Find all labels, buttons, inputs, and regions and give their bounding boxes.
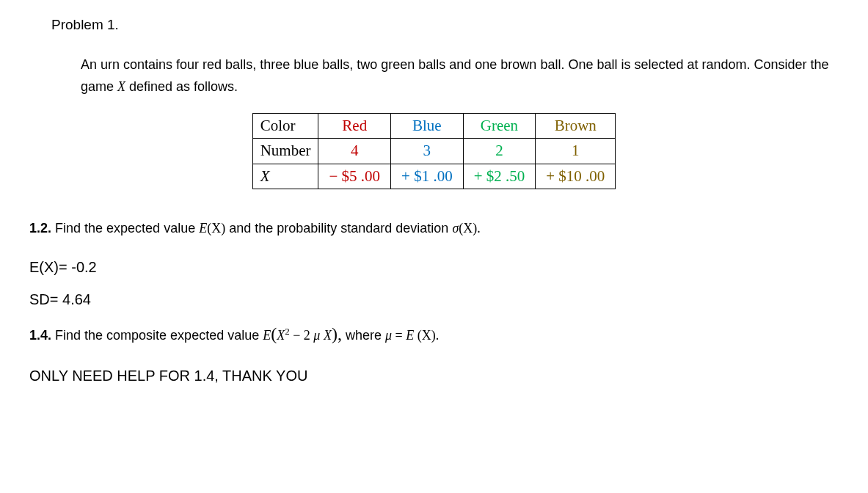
cell-green-x: + $2 .50 [463,164,536,189]
q14-mu2: μ [385,328,392,343]
problem-text-2: defined as follows. [125,79,238,94]
question-1-2: 1.2. Find the expected value E(X) and th… [29,219,839,238]
cell-red-x: − $5 .00 [318,164,391,189]
q14-X2: X [277,328,285,343]
q12-number: 1.2. [29,221,51,235]
table-row: Number 4 3 2 1 [252,139,616,164]
q12-EX: (X) [207,221,225,235]
q14-text-1: Find the composite expected value [51,328,263,343]
q14-open: ( [271,324,277,343]
game-variable-x: X [117,79,125,94]
help-note: ONLY NEED HELP FOR 1.4, THANK YOU [29,365,839,387]
q12-text-2: and the probability standard deviation [225,221,452,235]
q12-E: E [199,221,207,235]
cell-green: Green [463,113,536,139]
q14-number: 1.4. [29,328,51,343]
cell-green-num: 2 [463,139,536,164]
cell-red: Red [318,113,391,139]
q14-E: E [263,328,271,343]
table-row: X − $5 .00 + $1 .00 + $2 .50 + $10 .00 [252,164,616,189]
q14-eq: = [392,328,406,343]
cell-red-num: 4 [318,139,391,164]
game-table-wrapper: Color Red Blue Green Brown Number 4 3 2 … [29,113,839,190]
cell-blue-x: + $1 .00 [391,164,464,189]
q14-mu: μ [313,328,324,343]
cell-color-header: Color [252,113,318,139]
q14-X2b: (X). [417,328,440,343]
q14-E2: E [406,328,417,343]
answer-ex: E(X)= -0.2 [29,256,839,278]
cell-number-header: Number [252,139,318,164]
game-table: Color Red Blue Green Brown Number 4 3 2 … [252,113,616,190]
q14-X: X [324,328,332,343]
q12-sigmaX: (X). [459,221,481,235]
q12-text-1: Find the expected value [51,221,199,235]
cell-brown-num: 1 [536,139,616,164]
question-1-4: 1.4. Find the composite expected value E… [29,321,839,347]
problem-title: Problem 1. [51,15,839,36]
q14-minus: − 2 [290,328,314,343]
q14-close: ), [332,324,342,343]
cell-blue-num: 3 [391,139,464,164]
answer-sd: SD= 4.64 [29,288,839,310]
problem-description: An urn contains four red balls, three bl… [81,54,839,98]
cell-blue: Blue [391,113,464,139]
table-row: Color Red Blue Green Brown [252,113,616,139]
cell-brown: Brown [536,113,616,139]
cell-brown-x: + $10 .00 [536,164,616,189]
cell-x-header: X [252,164,318,189]
q14-text-2: where [342,328,385,343]
q12-sigma: σ [452,221,459,235]
